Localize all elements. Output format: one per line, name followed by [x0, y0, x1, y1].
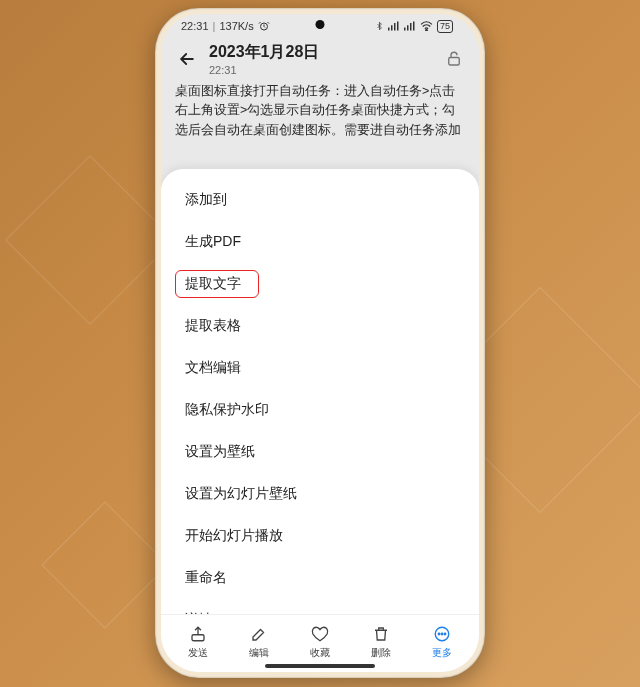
more-icon [432, 624, 452, 644]
menu-item-label: 提取文字 [185, 275, 241, 291]
bottombar-label: 收藏 [310, 646, 330, 660]
svg-rect-6 [407, 25, 409, 30]
favorite-button[interactable]: 收藏 [289, 624, 350, 660]
svg-rect-4 [397, 22, 399, 31]
menu-item-label: 重命名 [185, 569, 227, 585]
menu-item-label: 提取表格 [185, 317, 241, 333]
battery-icon: 75 [437, 20, 453, 33]
alarm-icon [258, 20, 270, 32]
status-time: 22:31 [181, 20, 209, 32]
menu-item-label: 添加到 [185, 191, 227, 207]
menu-item[interactable]: 重命名 [161, 557, 479, 599]
menu-item[interactable]: 添加到 [161, 179, 479, 221]
menu-item-label: 开始幻灯片播放 [185, 527, 283, 543]
bottombar-label: 编辑 [249, 646, 269, 660]
svg-point-13 [439, 633, 441, 635]
menu-item[interactable]: 生成PDF [161, 221, 479, 263]
note-header: 2023年1月28日 22:31 [161, 38, 479, 78]
note-date: 2023年1月28日 [209, 42, 433, 63]
svg-rect-5 [404, 28, 406, 31]
bottombar-label: 删除 [371, 646, 391, 660]
send-button[interactable]: 发送 [167, 624, 228, 660]
more-actions-sheet: 添加到生成PDF提取文字提取表格文档编辑隐私保护水印设置为壁纸设置为幻灯片壁纸开… [161, 169, 479, 672]
svg-rect-3 [394, 23, 396, 31]
more-button[interactable]: 更多 [412, 624, 473, 660]
svg-rect-7 [410, 23, 412, 31]
edit-button[interactable]: 编辑 [228, 624, 289, 660]
note-time: 22:31 [209, 64, 433, 76]
share-icon [188, 624, 208, 644]
bottombar-label: 发送 [188, 646, 208, 660]
menu-item[interactable]: 设置为幻灯片壁纸 [161, 473, 479, 515]
trash-icon [371, 624, 391, 644]
bottombar-label: 更多 [432, 646, 452, 660]
status-net-speed: 137K/s [219, 20, 253, 32]
screen: 22:31 | 137K/s [161, 14, 479, 672]
wifi-icon [420, 21, 433, 31]
menu-item-label: 详情 [185, 611, 213, 614]
note-body-text: 桌面图标直接打开自动任务：进入自动任务>点击右上角设置>勾选显示自动任务桌面快捷… [161, 78, 479, 144]
svg-rect-11 [192, 634, 204, 640]
menu-item[interactable]: 提取文字 [161, 263, 479, 305]
phone-frame: 22:31 | 137K/s [155, 8, 485, 678]
svg-rect-2 [391, 25, 393, 30]
menu-item[interactable]: 提取表格 [161, 305, 479, 347]
delete-button[interactable]: 删除 [351, 624, 412, 660]
signal-icon-2 [404, 21, 416, 31]
menu-item-label: 隐私保护水印 [185, 401, 269, 417]
svg-point-14 [442, 633, 444, 635]
home-indicator[interactable] [265, 664, 375, 668]
svg-rect-1 [388, 28, 390, 31]
menu-item[interactable]: 设置为壁纸 [161, 431, 479, 473]
signal-icon-1 [388, 21, 400, 31]
heart-icon [310, 624, 330, 644]
lock-icon[interactable] [443, 48, 465, 70]
menu-item-label: 文档编辑 [185, 359, 241, 375]
back-button[interactable] [175, 47, 199, 71]
svg-point-15 [445, 633, 447, 635]
svg-point-9 [426, 30, 428, 31]
menu-item-label: 设置为幻灯片壁纸 [185, 485, 297, 501]
menu-item-label: 设置为壁纸 [185, 443, 255, 459]
camera-notch [316, 20, 325, 29]
edit-icon [249, 624, 269, 644]
svg-rect-10 [449, 58, 460, 66]
menu-item[interactable]: 文档编辑 [161, 347, 479, 389]
svg-rect-8 [413, 22, 415, 31]
menu-item-label: 生成PDF [185, 233, 241, 249]
menu-item[interactable]: 开始幻灯片播放 [161, 515, 479, 557]
menu-list: 添加到生成PDF提取文字提取表格文档编辑隐私保护水印设置为壁纸设置为幻灯片壁纸开… [161, 169, 479, 614]
menu-item[interactable]: 隐私保护水印 [161, 389, 479, 431]
bluetooth-icon [375, 20, 384, 32]
menu-item[interactable]: 详情 [161, 599, 479, 614]
